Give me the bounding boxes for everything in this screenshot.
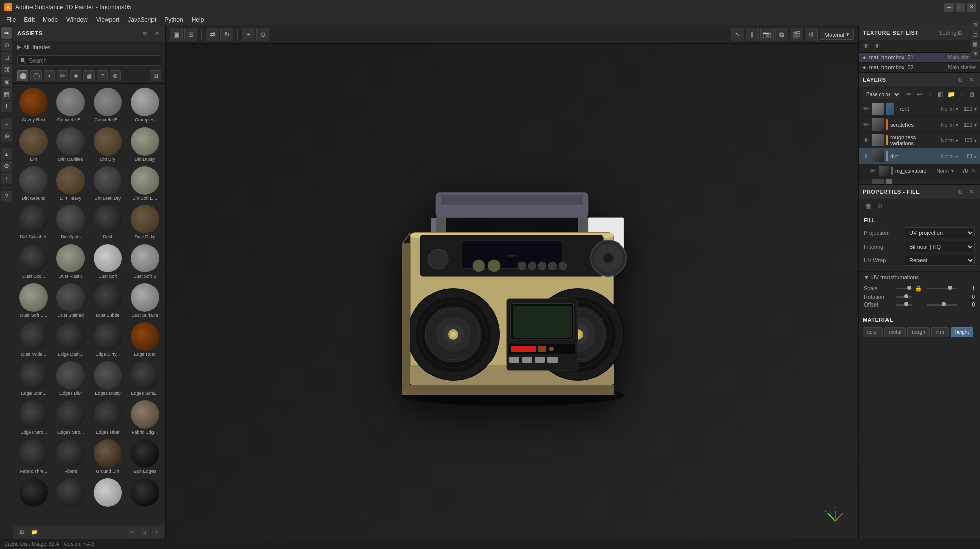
menu-file[interactable]: File bbox=[2, 15, 20, 24]
asset-item[interactable]: Dust Soft bbox=[90, 243, 126, 280]
rotation-slider[interactable] bbox=[896, 296, 912, 298]
asset-item[interactable]: Edges Scra... bbox=[127, 360, 162, 398]
asset-item[interactable]: Fabric Thre... bbox=[16, 438, 51, 475]
asset-item[interactable]: Edge Dirty... bbox=[90, 321, 126, 358]
layers-resize-button[interactable]: ⧉ bbox=[956, 75, 965, 84]
layers-folder-button[interactable]: 📁 bbox=[946, 89, 956, 99]
asset-item[interactable]: Edges Stro... bbox=[53, 399, 88, 436]
layer-vis-roughness-button[interactable]: 👁 bbox=[862, 136, 870, 144]
offset-slider-1[interactable] bbox=[896, 304, 912, 306]
layer-scratches[interactable]: 👁 scratches Norm ▾ 100 ▾ bbox=[859, 117, 980, 133]
asset-item[interactable]: Concrete E... bbox=[53, 87, 88, 124]
uvwrap-select[interactable]: Repeat bbox=[905, 255, 975, 266]
camera-button[interactable]: 📷 bbox=[760, 28, 774, 41]
asset-item[interactable]: Edges Uber bbox=[90, 399, 126, 436]
filter-circle-button[interactable]: ◯ bbox=[30, 70, 42, 81]
far-right-btn-3[interactable]: ▦ bbox=[971, 40, 979, 48]
maximize-button[interactable]: □ bbox=[956, 3, 965, 12]
texture-set-settings-button[interactable]: Settings bbox=[944, 28, 954, 37]
asset-item[interactable]: Dust Plastic bbox=[53, 243, 88, 280]
assets-circle-button[interactable]: ○ bbox=[128, 528, 137, 537]
asset-item[interactable]: Edges Stro... bbox=[16, 399, 51, 436]
asset-item-dust-soft-e[interactable]: Dust Soft E... bbox=[16, 282, 51, 319]
material-tab-rough[interactable]: rough bbox=[907, 327, 930, 337]
asset-item[interactable]: Edge Dam... bbox=[53, 321, 88, 358]
properties-button[interactable]: ⚙ bbox=[1, 161, 12, 172]
layer-opacity-roughness-button[interactable]: ▾ bbox=[956, 138, 958, 143]
scale-slider-2[interactable] bbox=[927, 288, 957, 289]
layer-vis-dirt-button[interactable]: 👁 bbox=[862, 152, 870, 160]
cursor-button[interactable]: ↖ bbox=[731, 28, 744, 41]
erase-tool-button[interactable]: ◻ bbox=[1, 52, 12, 63]
close-button[interactable]: ✕ bbox=[967, 3, 976, 12]
asset-item[interactable]: Dirt Heavy bbox=[53, 165, 88, 202]
layers-pencil-button[interactable]: ✏ bbox=[904, 89, 913, 99]
asset-item[interactable]: Dust Subtle bbox=[90, 282, 126, 319]
vp-settings-button[interactable]: ⚙ bbox=[805, 28, 818, 41]
properties-tab-fill[interactable]: ▦ bbox=[863, 201, 873, 211]
asset-item[interactable] bbox=[16, 477, 51, 509]
render-button[interactable]: 🎬 bbox=[790, 28, 803, 41]
sublayer-mg-curvature[interactable]: 👁 mg_curvature Norm ▾ 70 ✕ bbox=[859, 164, 980, 178]
color-picker-button[interactable]: ▲ bbox=[1, 148, 12, 160]
texture-set-item-01[interactable]: ● mat_boombox_01 Main shader bbox=[859, 53, 980, 63]
search-input[interactable] bbox=[17, 55, 161, 66]
sublayer-delete-button[interactable]: ✕ bbox=[970, 167, 977, 174]
ts-eye-off-button[interactable]: 👁 bbox=[862, 42, 871, 51]
view-single-button[interactable]: ▣ bbox=[170, 28, 183, 41]
layer-opacity-dirt-arrow[interactable]: ▾ bbox=[974, 154, 977, 159]
layer-base[interactable]: 👁 Norm bbox=[859, 178, 980, 184]
add-view-button[interactable]: + bbox=[242, 28, 255, 41]
assets-resize-button[interactable]: ⧉ bbox=[141, 28, 150, 38]
asset-item[interactable]: Cavity Rust bbox=[16, 87, 51, 124]
uv-transform-header[interactable]: ▼ UV transformations bbox=[859, 271, 980, 282]
asset-item[interactable]: Dirt Soft E... bbox=[127, 165, 162, 202]
text-tool-button[interactable]: T bbox=[1, 101, 12, 112]
texture-set-resize-button[interactable]: ⧉ bbox=[956, 28, 965, 37]
asset-item[interactable]: Edge Ston... bbox=[16, 360, 51, 398]
layer-roughness[interactable]: 👁 roughness variations Norm ▾ 100 ▾ bbox=[859, 133, 980, 148]
asset-item[interactable]: Dirt Ground bbox=[16, 165, 51, 202]
assets-square-button[interactable]: □ bbox=[140, 528, 149, 537]
material-tab-metal[interactable]: metal bbox=[884, 327, 906, 337]
layer-opacity-scratches-button[interactable]: ▾ bbox=[956, 122, 958, 128]
sublayer-vis-button[interactable]: 👁 bbox=[869, 167, 877, 175]
layer-dirt[interactable]: 👁 dirt Norm ▾ 83 ▾ bbox=[859, 148, 980, 164]
export-button[interactable]: ↑ bbox=[1, 173, 12, 184]
scale-lock-button[interactable]: 🔒 bbox=[914, 284, 923, 292]
layer-vis-front-button[interactable]: 👁 bbox=[862, 105, 870, 113]
assets-close-button[interactable]: ✕ bbox=[152, 28, 161, 38]
layer-opacity-scratches-arrow[interactable]: ▾ bbox=[974, 122, 977, 128]
layers-restore-button[interactable]: ↩ bbox=[915, 89, 924, 99]
properties-resize-button[interactable]: ⧉ bbox=[956, 187, 965, 196]
asset-item[interactable]: Edges Blur bbox=[53, 360, 88, 398]
far-right-btn-2[interactable]: ◻ bbox=[971, 30, 979, 38]
asset-item-dust-stained[interactable]: Dust Stained bbox=[53, 282, 88, 319]
material-settings-button[interactable]: ≡ bbox=[967, 315, 976, 324]
asset-item[interactable]: Fabric Edg... bbox=[127, 399, 162, 436]
layers-delete-button[interactable]: 🗑 bbox=[968, 89, 977, 99]
transform-button[interactable]: ⇄ bbox=[206, 28, 219, 41]
filter-special-button[interactable]: ⊛ bbox=[110, 70, 121, 81]
asset-item[interactable]: Dirt Leak Dry bbox=[90, 165, 126, 202]
material-tab-nrm[interactable]: nrm bbox=[931, 327, 949, 337]
asset-item[interactable] bbox=[53, 477, 88, 509]
layer-opacity-roughness-arrow[interactable]: ▾ bbox=[974, 138, 977, 143]
texture-set-item-02[interactable]: ● mat_boombox_02 Main shader bbox=[859, 63, 980, 72]
asset-item[interactable] bbox=[127, 477, 162, 509]
view-grid-button[interactable]: ⊞ bbox=[150, 70, 161, 81]
menu-window[interactable]: Window bbox=[62, 15, 92, 24]
material-dropdown[interactable]: Material ▾ bbox=[820, 29, 854, 40]
layer-vis-base-button[interactable]: 👁 bbox=[862, 181, 870, 184]
filter-list-button[interactable]: ≡ bbox=[97, 70, 108, 81]
layers-add-button[interactable]: + bbox=[957, 89, 966, 99]
menu-javascript[interactable]: JavaScript bbox=[124, 15, 160, 24]
assets-folder-button[interactable]: 📁 bbox=[29, 528, 39, 537]
asset-item[interactable]: Dust Surface bbox=[127, 282, 162, 319]
ts-eye-on-button[interactable]: 👁 bbox=[873, 42, 882, 51]
asset-item[interactable]: Gun Edges bbox=[127, 438, 162, 475]
layer-opacity-dirt-button[interactable]: ▾ bbox=[956, 154, 958, 159]
layers-mask-button[interactable]: ◧ bbox=[936, 89, 945, 99]
assets-plus-button[interactable]: + bbox=[152, 528, 161, 537]
material-tab-height[interactable]: height bbox=[951, 327, 973, 337]
